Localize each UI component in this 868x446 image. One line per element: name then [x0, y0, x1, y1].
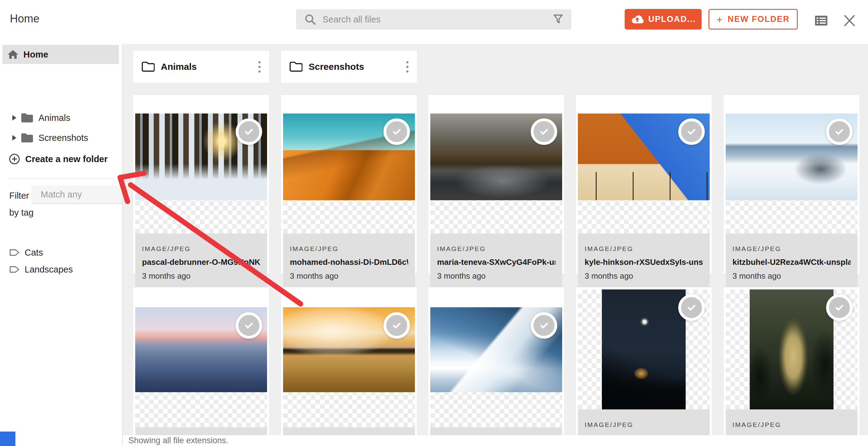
- file-card[interactable]: IMAGE/JPEG kitzbuhel-U2Reza4WCtk-unsplas…: [723, 95, 860, 274]
- main-content: Animals Screenshots IMAGE/JPEG pascal-de…: [123, 44, 868, 446]
- file-type-label: IMAGE/JPEG: [733, 421, 851, 428]
- chevron-right-icon[interactable]: [12, 115, 16, 121]
- select-check-icon[interactable]: [236, 312, 262, 339]
- search-input[interactable]: [322, 14, 553, 25]
- status-text: Showing all file extensions.: [128, 436, 228, 445]
- list-view-icon[interactable]: [813, 13, 829, 28]
- file-type-label: IMAGE/JPEG: [290, 245, 408, 252]
- search-box[interactable]: [296, 9, 571, 30]
- file-meta: IMAGE/JPEG mohamed-nohassi-Di-DmLD6cW8..…: [283, 234, 415, 288]
- transparency-checker: [283, 113, 415, 234]
- select-check-icon[interactable]: [678, 118, 705, 145]
- transparency-checker: [430, 307, 562, 427]
- file-type-label: IMAGE/JPEG: [142, 245, 260, 252]
- file-modified: 3 months ago: [437, 271, 555, 281]
- sidebar-item-screenshots[interactable]: Screenshots: [0, 129, 122, 146]
- transparency-checker: [726, 113, 858, 234]
- page-title: Home: [10, 12, 39, 25]
- chevron-right-icon[interactable]: [12, 135, 16, 141]
- create-new-folder-button[interactable]: Create a new folder: [0, 150, 122, 168]
- kebab-menu-icon[interactable]: [253, 58, 266, 76]
- file-card[interactable]: IMAGE/JPEG: [723, 287, 860, 446]
- sidebar-item-home[interactable]: Home: [2, 45, 119, 64]
- tag-icon: [9, 265, 20, 274]
- file-meta: IMAGE/JPEG pascal-debrunner-O-MG9HpNKgI.…: [135, 234, 267, 288]
- file-card[interactable]: IMAGE/JPEG: [281, 287, 417, 446]
- file-card[interactable]: IMAGE/JPEG mohamed-nohassi-Di-DmLD6cW8..…: [281, 95, 417, 274]
- sidebar-home-label: Home: [23, 49, 49, 60]
- file-modified: 3 months ago: [585, 271, 703, 281]
- file-card[interactable]: IMAGE/JPEG maria-teneva-SXwCyG4FoPk-uns.…: [428, 95, 565, 274]
- file-modified: 3 months ago: [142, 271, 260, 281]
- tag-label: Cats: [25, 248, 43, 258]
- file-meta: IMAGE/JPEG maria-teneva-SXwCyG4FoPk-uns.…: [430, 234, 562, 288]
- folder-icon: [21, 133, 34, 143]
- folder-card-screenshots[interactable]: Screenshots: [281, 50, 417, 83]
- folder-card-name: Animals: [161, 62, 253, 72]
- transparency-checker: [578, 113, 710, 234]
- file-card[interactable]: IMAGE/JPEG: [576, 287, 712, 446]
- select-check-icon[interactable]: [826, 294, 852, 321]
- plus-circle-icon: [9, 153, 20, 165]
- new-folder-label: NEW FOLDER: [727, 14, 790, 24]
- select-check-icon[interactable]: [383, 312, 410, 339]
- status-bar: Showing all file extensions.: [123, 435, 868, 446]
- folder-card-animals[interactable]: Animals: [133, 50, 270, 83]
- select-check-icon[interactable]: [531, 118, 557, 145]
- file-name: maria-teneva-SXwCyG4FoPk-uns...: [437, 258, 555, 267]
- sidebar-folder-label: Screenshots: [38, 133, 88, 143]
- tag-item-cats[interactable]: Cats: [0, 244, 122, 261]
- upload-button[interactable]: UPLOAD...: [625, 9, 702, 30]
- file-name: kitzbuhel-U2Reza4WCtk-unsplas...: [733, 258, 851, 267]
- select-check-icon[interactable]: [678, 294, 705, 321]
- match-any-select[interactable]: Match any: [31, 185, 122, 204]
- tag-item-landscapes[interactable]: Landscapes: [0, 261, 122, 278]
- transparency-checker: [283, 307, 415, 427]
- select-check-icon[interactable]: [383, 118, 410, 145]
- file-card[interactable]: IMAGE/JPEG kyle-hinkson-rXSUedxSyIs-unsp…: [576, 95, 712, 274]
- filter-funnel-icon[interactable]: [553, 14, 563, 25]
- file-name: kyle-hinkson-rXSUedxSyIs-unspl...: [585, 258, 703, 267]
- select-check-icon[interactable]: [531, 312, 557, 339]
- sidebar-item-animals[interactable]: Animals: [0, 109, 122, 127]
- sidebar: Home Animals Screenshots Create a new fo…: [0, 44, 123, 446]
- file-modified: 3 months ago: [733, 271, 851, 281]
- select-check-icon[interactable]: [826, 118, 852, 145]
- top-bar: Home UPLOAD... + NEW FOLDER: [0, 0, 868, 44]
- transparency-checker: [135, 113, 267, 234]
- file-type-label: IMAGE/JPEG: [733, 245, 851, 252]
- file-type-label: IMAGE/JPEG: [585, 245, 703, 252]
- transparency-checker: [135, 307, 267, 427]
- kebab-menu-icon[interactable]: [400, 58, 414, 76]
- file-type-label: IMAGE/JPEG: [437, 245, 555, 252]
- file-type-label: IMAGE/JPEG: [585, 421, 703, 428]
- corner-marker: [0, 432, 16, 446]
- sidebar-folder-label: Animals: [38, 113, 70, 123]
- transparency-checker: [578, 289, 710, 409]
- transparency-checker: [430, 113, 562, 234]
- select-check-icon[interactable]: [236, 118, 262, 145]
- file-modified: 3 months ago: [290, 271, 408, 281]
- upload-label: UPLOAD...: [648, 14, 696, 24]
- folder-icon: [21, 112, 34, 123]
- folder-outline-icon: [289, 61, 303, 73]
- file-card[interactable]: IMAGE/JPEG: [133, 287, 270, 446]
- tag-label: Landscapes: [25, 265, 73, 275]
- file-name: mohamed-nohassi-Di-DmLD6cW8...: [290, 258, 408, 267]
- plus-icon: +: [716, 14, 723, 25]
- tag-icon: [9, 248, 20, 257]
- folder-outline-icon: [141, 61, 155, 73]
- file-card[interactable]: IMAGE/JPEG: [428, 287, 565, 446]
- file-meta: IMAGE/JPEG kyle-hinkson-rXSUedxSyIs-unsp…: [578, 234, 710, 288]
- image-thumbnail: [750, 289, 834, 409]
- file-meta: IMAGE/JPEG kitzbuhel-U2Reza4WCtk-unsplas…: [726, 234, 858, 288]
- new-folder-button[interactable]: + NEW FOLDER: [708, 9, 798, 30]
- file-name: pascal-debrunner-O-MG9HpNKgI...: [142, 258, 260, 267]
- close-icon[interactable]: [841, 13, 858, 28]
- transparency-checker: [726, 289, 858, 409]
- file-card[interactable]: IMAGE/JPEG pascal-debrunner-O-MG9HpNKgI.…: [133, 95, 270, 274]
- folder-card-name: Screenshots: [309, 62, 400, 72]
- upload-cloud-icon: [630, 14, 644, 25]
- create-folder-label: Create a new folder: [25, 154, 108, 164]
- home-icon: [7, 49, 19, 59]
